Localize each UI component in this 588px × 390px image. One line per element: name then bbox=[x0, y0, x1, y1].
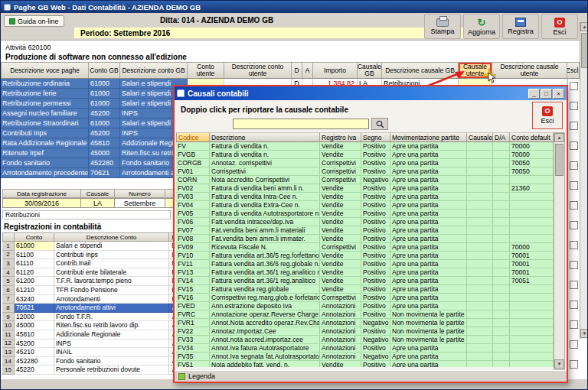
form-value-2[interactable]: LA bbox=[81, 198, 115, 208]
voci-cell[interactable]: Rata Addizionale Regionale bbox=[1, 138, 89, 148]
regs-conto-cell[interactable]: 61000 bbox=[15, 242, 54, 251]
voci-cell[interactable]: 45810 bbox=[89, 138, 120, 148]
voci-col-header-13[interactable]: Escl. bbox=[567, 62, 580, 79]
escl-checkbox[interactable] bbox=[570, 281, 578, 289]
voci-col-header-4[interactable]: Conto utente bbox=[188, 62, 224, 79]
regs-descrizione-cell[interactable]: Salari e stipendi bbox=[54, 242, 169, 251]
regs-conto-cell[interactable]: 70621 bbox=[15, 304, 54, 313]
minimize-button[interactable]: _ bbox=[528, 89, 540, 99]
causali-row[interactable]: FV01CorrispettiviCorrispettiviPositivoAp… bbox=[176, 167, 554, 176]
causali-row[interactable]: CORNNota accredito CorrispettiviCorrispe… bbox=[176, 176, 554, 184]
close-button[interactable]: × bbox=[553, 89, 564, 99]
escl-checkbox[interactable] bbox=[570, 82, 578, 90]
voci-cell[interactable]: 70621 bbox=[89, 168, 120, 178]
causali-row[interactable]: FV02Fattura di vendita beni amm.li n.Ven… bbox=[176, 184, 554, 193]
scroll-up-button[interactable]: ▲ bbox=[580, 22, 588, 31]
causali-row[interactable]: FV14Fattura vendita art.36/1 reg.analiti… bbox=[176, 277, 554, 285]
form-value-3[interactable]: Settembre bbox=[115, 198, 165, 208]
voci-cell[interactable]: Retribuzione permessi bbox=[1, 99, 89, 109]
regs-conto-cell[interactable]: 45810 bbox=[15, 330, 54, 340]
causali-row[interactable]: FV34Annot.Iva fatura AutotrasportatoreAn… bbox=[176, 344, 554, 353]
escl-checkbox[interactable] bbox=[570, 241, 578, 249]
voci-col-header-11[interactable]: Causale utente bbox=[459, 62, 492, 79]
regs-conto-cell[interactable]: 61100 bbox=[15, 251, 54, 260]
escl-checkbox[interactable] bbox=[570, 181, 578, 190]
causali-col-header-5[interactable]: Movimentazione partite bbox=[390, 132, 467, 142]
causali-row[interactable]: FV35Annot.Iva segnata fat.Autotrasportat… bbox=[176, 353, 554, 361]
aggiorna-button[interactable]: ↻Aggiorna bbox=[463, 14, 500, 39]
causali-row[interactable]: FVGBFattura di vendita n.VenditePositivo… bbox=[176, 151, 554, 159]
voci-cell[interactable]: Contributi Inps bbox=[1, 128, 89, 138]
escl-checkbox[interactable] bbox=[570, 261, 578, 269]
regs-descrizione-cell[interactable]: Fondo sanitario bbox=[54, 357, 169, 366]
regs-descrizione-cell[interactable]: TFR Fondo Pensione bbox=[54, 286, 169, 295]
causali-scroll-down-button[interactable]: ▼ bbox=[554, 359, 564, 369]
voci-cell[interactable]: Arrotondamento precedente bbox=[1, 168, 89, 178]
scrollbar-thumb[interactable] bbox=[581, 33, 588, 68]
regs-descrizione-cell[interactable]: Contributi Inps bbox=[54, 251, 169, 260]
causali-search-input[interactable] bbox=[233, 119, 369, 129]
voci-cell[interactable]: Retribuzione Straordinari bbox=[1, 119, 89, 128]
regs-conto-cell[interactable]: 63240 bbox=[15, 295, 54, 304]
causali-col-header-7[interactable]: D/A bbox=[493, 132, 510, 142]
voci-col-header-5[interactable]: Descrizione conto utente bbox=[224, 62, 292, 79]
voci-col-header-9[interactable]: Causale GB bbox=[358, 62, 382, 79]
causali-row[interactable]: CORGBAnnotaz. corrispettiviCorrispettivi… bbox=[176, 159, 554, 167]
causali-col-header-4[interactable]: Segno bbox=[361, 132, 390, 142]
escl-checkbox[interactable] bbox=[570, 141, 578, 150]
window-titlebar[interactable]: Paghe GB Web - Dati Contabilità - AZIEND… bbox=[1, 1, 588, 13]
voci-cell[interactable]: Fondo sanitario bbox=[1, 158, 89, 168]
causali-row[interactable]: FVRCAnnotazione operaz.Reverse ChargeAnn… bbox=[176, 310, 554, 319]
causali-scrollbar[interactable]: ▲ ▼ bbox=[554, 132, 565, 370]
causali-row[interactable]: FV10Fattura vendita art.36/5 reg.forfett… bbox=[176, 252, 554, 260]
voci-col-header-2[interactable]: Conto GB bbox=[89, 62, 120, 79]
regs-descrizione-cell[interactable]: Contrib.Inail bbox=[54, 259, 169, 268]
search-button[interactable] bbox=[371, 118, 388, 130]
regs-col-header-2[interactable]: Conto bbox=[15, 232, 54, 242]
causali-row[interactable]: FV03Fattura di vendita Intra-Cee n.Vendi… bbox=[176, 193, 554, 201]
regs-descrizione-cell[interactable]: Addizionale Regionale bbox=[54, 330, 169, 340]
regs-conto-cell[interactable]: 452280 bbox=[15, 357, 54, 366]
regs-conto-cell[interactable]: 45210 bbox=[15, 348, 54, 357]
voci-cell[interactable]: 61000 bbox=[89, 89, 120, 99]
stampa-button[interactable]: Stampa bbox=[424, 14, 461, 39]
regs-descrizione-cell[interactable]: Arrotondamenti attivi bbox=[54, 304, 169, 313]
voci-cell[interactable]: Retribuzione ordinaria bbox=[1, 79, 89, 89]
voci-cell[interactable]: Ritenute Irpef bbox=[1, 148, 89, 158]
causali-row[interactable]: FV07Fat.vendita beni amm.li materialiVen… bbox=[176, 226, 554, 235]
help-button[interactable]: Guida on-line bbox=[4, 15, 64, 27]
causali-row[interactable]: FV09Ricevuta Fiscale N.CorrispettiviPosi… bbox=[176, 243, 554, 252]
causali-col-header-6[interactable]: Causale bbox=[467, 132, 493, 142]
dialog-titlebar[interactable]: Causali contabili _□× bbox=[175, 86, 567, 100]
dialog-esci-button[interactable]: O Esci bbox=[532, 102, 563, 129]
escl-checkbox[interactable] bbox=[570, 360, 578, 369]
scroll-down-button[interactable]: ▼ bbox=[580, 329, 588, 338]
voci-cell[interactable]: Assegni nucleo familiare bbox=[1, 109, 89, 119]
causali-row[interactable]: FV13Fattura vendita art.36/1 reg.analiti… bbox=[176, 268, 554, 277]
causali-col-header-1[interactable]: Codice bbox=[176, 132, 210, 142]
causali-row[interactable]: FV08Fat.vendita beni amm.li immater.Vend… bbox=[176, 235, 554, 243]
causali-row[interactable]: FVR1Annot.Nota accredito operaz.Rev.Char… bbox=[176, 319, 554, 327]
causali-col-header-3[interactable]: Registro Iva bbox=[320, 132, 361, 142]
form-value-1[interactable]: 30/09/2016 bbox=[2, 198, 81, 208]
voci-col-header-12[interactable]: Descrizione causale utente bbox=[492, 62, 567, 79]
causali-col-header-8[interactable]: Conto default bbox=[510, 132, 554, 142]
regs-descrizione-cell[interactable]: Contributi ente bilaterale bbox=[54, 268, 169, 278]
regs-descrizione-cell[interactable]: Arrotondamenti bbox=[54, 295, 169, 304]
escl-checkbox[interactable] bbox=[570, 161, 578, 170]
main-scrollbar[interactable]: ▲ ▼ bbox=[580, 22, 588, 339]
registra-button[interactable]: Registra bbox=[502, 14, 539, 39]
causali-col-header-2[interactable]: Descrizione bbox=[210, 132, 320, 142]
voci-cell[interactable]: 45200 bbox=[89, 128, 120, 138]
causali-scrollbar-thumb[interactable] bbox=[555, 144, 564, 176]
escl-checkbox[interactable] bbox=[570, 301, 578, 309]
regs-col-header-1[interactable] bbox=[2, 232, 15, 242]
escl-checkbox[interactable] bbox=[570, 122, 578, 130]
voci-cell[interactable]: 45000 bbox=[89, 148, 120, 158]
regs-conto-cell[interactable]: 12000 bbox=[15, 313, 54, 322]
causali-row[interactable]: FV11Fattura vendita art.36/6 reg.globale… bbox=[176, 260, 554, 268]
voci-cell[interactable]: 452280 bbox=[89, 158, 120, 168]
regs-descrizione-cell[interactable]: Riten.fisc.su retrib.lavoro dip. bbox=[54, 321, 169, 330]
regs-conto-cell[interactable]: 61110 bbox=[15, 259, 54, 268]
causali-row[interactable]: FV51Nota addebito fatt. vend. n.VenditeP… bbox=[176, 361, 554, 367]
